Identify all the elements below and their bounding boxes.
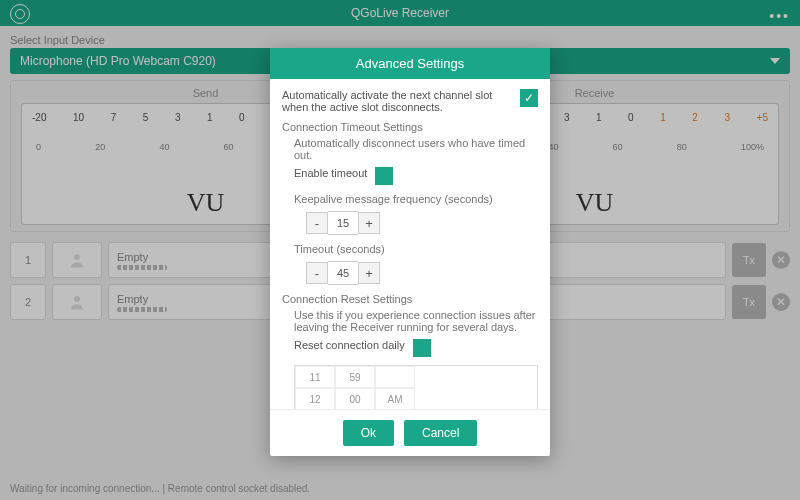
keepalive-value: 15 bbox=[328, 211, 358, 235]
keepalive-stepper: - 15 + bbox=[282, 211, 538, 235]
enable-timeout-checkbox[interactable] bbox=[375, 167, 393, 185]
enable-timeout-label: Enable timeout bbox=[294, 167, 367, 179]
cancel-button[interactable]: Cancel bbox=[404, 420, 477, 446]
modal-body[interactable]: Automatically activate the next channel … bbox=[270, 79, 550, 409]
advanced-settings-modal: Advanced Settings Automatically activate… bbox=[270, 48, 550, 456]
timeout-stepper: - 45 + bbox=[282, 261, 538, 285]
reset-section-title: Connection Reset Settings bbox=[282, 293, 538, 305]
reset-daily-label: Reset connection daily bbox=[294, 339, 405, 351]
time-picker[interactable]: 1159 1200AM 0101PM bbox=[294, 365, 538, 409]
increment-button[interactable]: + bbox=[358, 212, 380, 234]
reset-daily-checkbox[interactable] bbox=[413, 339, 431, 357]
auto-activate-checkbox[interactable]: ✓ bbox=[520, 89, 538, 107]
timeout-description: Automatically disconnect users who have … bbox=[282, 137, 538, 161]
keepalive-label: Keepalive message frequency (seconds) bbox=[282, 193, 538, 205]
modal-title: Advanced Settings bbox=[270, 48, 550, 79]
decrement-button[interactable]: - bbox=[306, 262, 328, 284]
timeout-section-title: Connection Timeout Settings bbox=[282, 121, 538, 133]
ok-button[interactable]: Ok bbox=[343, 420, 394, 446]
timeout-value: 45 bbox=[328, 261, 358, 285]
decrement-button[interactable]: - bbox=[306, 212, 328, 234]
increment-button[interactable]: + bbox=[358, 262, 380, 284]
auto-activate-text: Automatically activate the next channel … bbox=[282, 89, 512, 113]
timeout-label: Timeout (seconds) bbox=[282, 243, 538, 255]
modal-footer: Ok Cancel bbox=[270, 409, 550, 456]
reset-description: Use this if you experience connection is… bbox=[282, 309, 538, 333]
